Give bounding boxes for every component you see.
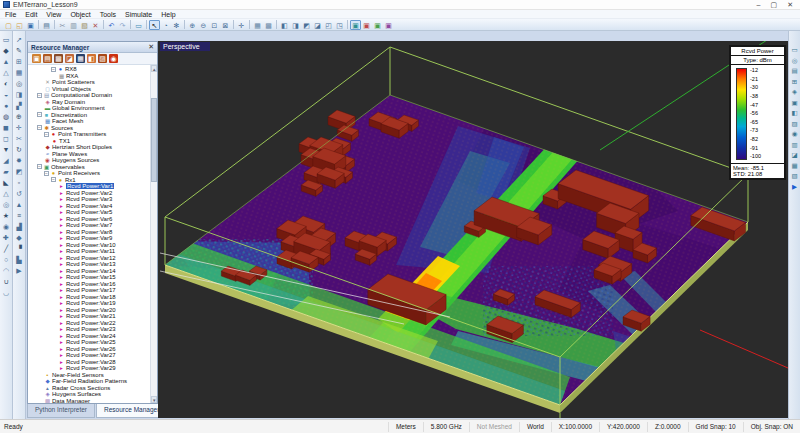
tool-icon[interactable]: ▲: [16, 199, 23, 210]
tool-icon[interactable]: ◢: [3, 155, 8, 166]
view-tool-icon[interactable]: ▤: [791, 66, 797, 77]
view-tool-icon[interactable]: ▨: [791, 119, 797, 130]
tool-icon[interactable]: ⊞: [16, 56, 22, 67]
view-tool-icon[interactable]: ◧: [791, 108, 797, 119]
select-arrow-icon[interactable]: ↖: [149, 20, 160, 30]
render-points-icon[interactable]: ▣: [383, 20, 394, 30]
tool-icon[interactable]: ◻: [3, 133, 9, 144]
view-tool-icon[interactable]: ▣: [791, 98, 797, 109]
viewport-3d[interactable]: Perspective: [158, 41, 788, 418]
tool-icon[interactable]: ▟: [16, 221, 21, 232]
view-side-icon[interactable]: ◪: [312, 20, 323, 30]
tool-icon[interactable]: ↺: [16, 188, 22, 199]
tool-icon[interactable]: ✚: [3, 232, 9, 243]
grid-icon[interactable]: ▦: [252, 20, 263, 30]
collapse-icon[interactable]: −: [37, 164, 42, 169]
open-folder-icon[interactable]: ◱: [14, 20, 25, 30]
collapse-icon[interactable]: −: [44, 132, 49, 137]
tool-icon[interactable]: ✛: [16, 122, 22, 133]
import-icon[interactable]: ▣: [32, 54, 41, 63]
tool-icon[interactable]: ◣: [3, 177, 8, 188]
tool-icon[interactable]: ◆: [16, 232, 21, 243]
view-left-icon[interactable]: ◰: [323, 20, 334, 30]
tool-icon[interactable]: ✸: [16, 155, 22, 166]
view-tool-icon[interactable]: ▭: [791, 45, 797, 56]
stop-icon[interactable]: ◉: [109, 54, 118, 63]
tool-icon[interactable]: ◡: [3, 287, 9, 298]
view-top-icon[interactable]: ◨: [290, 20, 301, 30]
render-heatmap-icon[interactable]: ▣: [372, 20, 383, 30]
view-front-icon[interactable]: ◩: [301, 20, 312, 30]
redo-icon[interactable]: ↷: [117, 20, 128, 30]
zoom-window-icon[interactable]: ⊡: [209, 20, 220, 30]
scripts-icon[interactable]: ▨: [98, 54, 107, 63]
tool-icon[interactable]: ◩: [16, 166, 23, 177]
tool-icon[interactable]: ◠: [3, 265, 9, 276]
tool-icon[interactable]: ▞: [16, 100, 21, 111]
tree-item[interactable]: ▥Data Manager: [28, 398, 150, 404]
view-tool-icon[interactable]: ▦: [791, 161, 797, 172]
pan-icon[interactable]: ✛: [236, 20, 247, 30]
tool-icon[interactable]: ↗: [16, 34, 22, 45]
menu-item-simulate[interactable]: Simulate: [125, 11, 152, 18]
view-iso-icon[interactable]: ◧: [279, 20, 290, 30]
scroll-down-icon[interactable]: ▼: [151, 396, 157, 403]
tool-icon[interactable]: ◒: [4, 89, 8, 100]
tool-icon[interactable]: ▫: [18, 177, 20, 188]
view-tool-icon[interactable]: ◈: [792, 87, 797, 98]
view-tool-icon[interactable]: ◎: [792, 56, 798, 67]
copy-icon[interactable]: ▥: [68, 20, 79, 30]
mesh-icon[interactable]: ▩: [263, 20, 274, 30]
zoom-out-icon[interactable]: ⊖: [198, 20, 209, 30]
collapse-icon[interactable]: −: [37, 125, 42, 130]
render-solid-icon[interactable]: ▣: [350, 20, 361, 30]
tool-icon[interactable]: ⊕: [16, 111, 22, 122]
tool-icon[interactable]: ↻: [16, 144, 22, 155]
collapse-icon[interactable]: −: [37, 93, 42, 98]
menu-item-file[interactable]: File: [5, 11, 16, 18]
terrain-icon[interactable]: ◪: [65, 54, 74, 63]
menu-item-tools[interactable]: Tools: [100, 11, 116, 18]
tool-icon[interactable]: ◎: [16, 78, 22, 89]
tool-icon[interactable]: △: [3, 188, 8, 199]
tool-icon[interactable]: ○: [4, 254, 8, 265]
save-icon[interactable]: ▣: [25, 20, 36, 30]
close-button[interactable]: ✕: [787, 1, 793, 9]
spin-icon[interactable]: ✻: [171, 20, 182, 30]
zoom-extents-icon[interactable]: ⊠: [220, 20, 231, 30]
collapse-icon[interactable]: −: [51, 67, 56, 72]
tool-icon[interactable]: ◼: [3, 122, 9, 133]
tool-icon[interactable]: ∪: [3, 276, 8, 287]
tool-icon[interactable]: ◆: [3, 45, 8, 56]
tool-icon[interactable]: ▭: [3, 34, 10, 45]
tool-icon[interactable]: ▼: [3, 144, 10, 155]
collapse-icon[interactable]: −: [37, 112, 42, 117]
tree-scrollbar[interactable]: ▲ ▼: [150, 65, 157, 403]
materials-icon[interactable]: ▩: [54, 54, 63, 63]
tool-icon[interactable]: ▲: [3, 56, 10, 67]
view-right-icon[interactable]: ◳: [334, 20, 345, 30]
tab-python-interpreter[interactable]: Python Interpreter: [27, 404, 95, 418]
menu-item-object[interactable]: Object: [70, 11, 90, 18]
paste-icon[interactable]: ▧: [79, 20, 90, 30]
tool-icon[interactable]: ▝: [16, 243, 21, 254]
tool-icon[interactable]: ●: [4, 100, 8, 111]
menu-item-help[interactable]: Help: [161, 11, 175, 18]
zoom-in-icon[interactable]: ⊕: [187, 20, 198, 30]
tool-icon[interactable]: ▰: [3, 166, 8, 177]
minimize-button[interactable]: –: [757, 1, 761, 9]
tool-icon[interactable]: ▶: [16, 265, 21, 276]
tool-icon[interactable]: ≡: [17, 210, 21, 221]
view-tool-icon[interactable]: ▧: [791, 171, 797, 182]
cut-icon[interactable]: ✂: [57, 20, 68, 30]
view-tool-icon[interactable]: ◪: [791, 150, 797, 161]
view-tool-icon[interactable]: ◉: [792, 129, 798, 140]
viewport-3d-scene[interactable]: [158, 41, 788, 418]
collapse-icon[interactable]: −: [44, 171, 49, 176]
menu-item-edit[interactable]: Edit: [25, 11, 37, 18]
maximize-button[interactable]: ▢: [771, 1, 778, 9]
delete-icon[interactable]: ✕: [90, 20, 101, 30]
view-tool-icon[interactable]: ⊞: [792, 77, 797, 88]
tool-icon[interactable]: ▙: [16, 254, 21, 265]
render-wire-icon[interactable]: ▣: [361, 20, 372, 30]
